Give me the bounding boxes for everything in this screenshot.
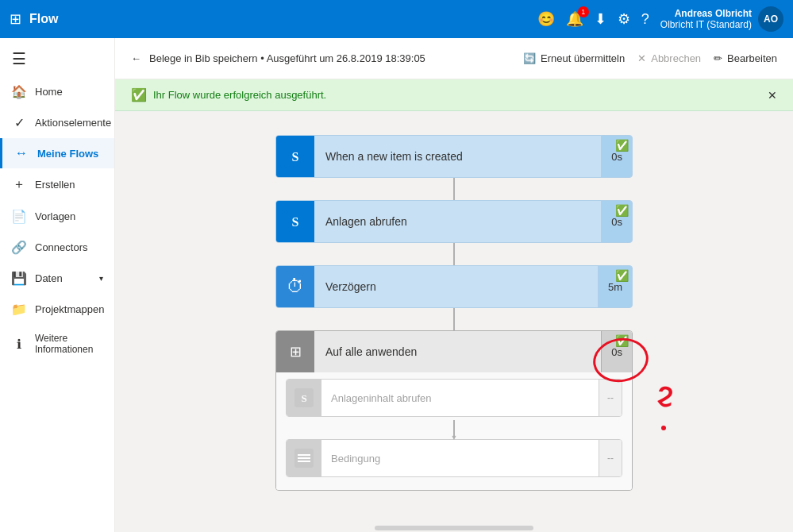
connector-1-2	[453, 178, 455, 200]
flow-step-1[interactable]: S When a new item is created 0s ✅	[275, 135, 633, 178]
connectors-icon: 🔗	[11, 240, 27, 255]
aktionselemente-icon: ✓	[11, 115, 27, 130]
sidebar-label-erstellen: Erstellen	[35, 179, 75, 191]
sub1-time: --	[599, 380, 622, 416]
sub2-label: Bedingung	[321, 453, 599, 465]
flow-step-2[interactable]: S Anlagen abrufen 0s ✅	[275, 200, 633, 243]
bottom-bar	[115, 524, 793, 532]
step3-icon: ⏱	[276, 266, 314, 307]
settings-icon[interactable]: ⚙	[618, 10, 630, 28]
notification-icon[interactable]: 🔔1	[566, 10, 583, 28]
sidebar-hamburger[interactable]: ☰	[0, 41, 114, 76]
topbar-icons: 😊 🔔1 ⬇ ⚙ ? Andreas Olbricht Olbricht IT …	[537, 6, 783, 32]
step2-label: Anlagen abrufen	[314, 215, 601, 228]
layout: ☰ 🏠 Home ✓ Aktionselemente ▾ ↔ Meine Flo…	[0, 38, 793, 532]
sidebar-label-aktionselemente: Aktionselemente	[35, 117, 111, 129]
header-actions: 🔄 Erneut übermitteln ✕ Abbrechen ✏ Bearb…	[523, 52, 777, 64]
erstellen-icon: ＋	[11, 176, 27, 193]
sidebar-item-weitere[interactable]: ℹ Weitere Informationen	[0, 325, 114, 363]
sub1-label: Anlageninhalt abrufen	[321, 392, 599, 404]
content-header-left: ← Belege in Bib speichern • Ausgeführt u…	[131, 52, 425, 64]
sidebar-label-home: Home	[35, 86, 63, 98]
notification-badge: 1	[578, 6, 589, 17]
container-label: Auf alle anwenden	[314, 345, 601, 358]
vorlagen-icon: 📄	[11, 209, 27, 224]
home-icon: 🏠	[11, 84, 27, 99]
sidebar-label-meine-flows: Meine Flows	[37, 148, 98, 160]
container-body: S Anlageninhalt abrufen -- ▼	[276, 372, 632, 490]
step1-icon: S	[276, 136, 314, 177]
user-org: Olbricht IT (Standard)	[660, 19, 752, 30]
sub2-time: --	[599, 440, 622, 476]
step1-check-icon: ✅	[615, 139, 629, 152]
download-icon[interactable]: ⬇	[595, 10, 606, 28]
topbar-user[interactable]: Andreas Olbricht Olbricht IT (Standard) …	[660, 6, 783, 32]
sidebar-label-weitere: Weitere Informationen	[35, 333, 103, 355]
abort-button[interactable]: ✕ Abbrechen	[637, 52, 701, 64]
sub2-icon	[287, 440, 321, 476]
user-name: Andreas Olbricht	[660, 8, 752, 19]
weitere-icon: ℹ	[11, 337, 27, 352]
sidebar-label-connectors: Connectors	[35, 241, 87, 253]
sub-step-2[interactable]: Bedingung --	[286, 439, 622, 477]
sidebar-item-erstellen[interactable]: ＋ Erstellen	[0, 168, 114, 201]
flow-step-3[interactable]: ⏱ Verzögern 5m ✅	[275, 265, 633, 308]
step1-label: When a new item is created	[314, 150, 601, 163]
app-title: Flow	[29, 12, 58, 26]
retry-button[interactable]: 🔄 Erneut übermitteln	[523, 52, 625, 64]
sidebar-item-projektmappen[interactable]: 📁 Projektmappen	[0, 294, 114, 325]
flow-canvas: S When a new item is created 0s ✅ S Anla…	[115, 111, 793, 524]
step3-check-icon: ✅	[615, 269, 629, 282]
breadcrumb: Belege in Bib speichern • Ausgeführt um …	[149, 52, 425, 64]
success-message: Ihr Flow wurde erfolgreich ausgeführt.	[153, 89, 326, 101]
horizontal-scrollbar[interactable]	[375, 526, 533, 530]
svg-text:S: S	[292, 215, 299, 229]
container-check-icon: ✅	[615, 334, 629, 347]
content: ← Belege in Bib speichern • Ausgeführt u…	[115, 38, 793, 532]
sidebar-label-projektmappen: Projektmappen	[35, 303, 104, 315]
container-header[interactable]: ⊞ Auf alle anwenden 0s ✅	[276, 331, 632, 372]
sidebar-item-vorlagen[interactable]: 📄 Vorlagen	[0, 201, 114, 232]
connector-2-3	[453, 243, 455, 265]
success-check-icon: ✅	[131, 87, 147, 102]
waffle-icon[interactable]: ⊞	[10, 10, 21, 28]
retry-icon: 🔄	[523, 52, 536, 64]
sub-step-1[interactable]: S Anlageninhalt abrufen --	[286, 379, 622, 417]
svg-text:S: S	[301, 392, 306, 404]
daten-icon: 💾	[11, 271, 27, 286]
back-button[interactable]: ←	[131, 52, 141, 64]
connector-3-4	[453, 308, 455, 330]
projektmappen-icon: 📁	[11, 302, 27, 317]
sub-connector: ▼	[453, 420, 455, 436]
chevron-down-icon-daten: ▾	[99, 274, 103, 283]
topbar: ⊞ Flow 😊 🔔1 ⬇ ⚙ ? Andreas Olbricht Olbri…	[0, 0, 793, 38]
annotation-container: ⊞ Auf alle anwenden 0s ✅ S Anlageninhalt…	[275, 330, 633, 491]
annotation-squiggle: ϩ	[656, 377, 673, 409]
sidebar-item-daten[interactable]: 💾 Daten ▾	[0, 263, 114, 294]
container-icon: ⊞	[276, 331, 314, 372]
topbar-left: ⊞ Flow	[10, 10, 58, 28]
meine-flows-icon: ↔	[13, 146, 29, 160]
step3-label: Verzögern	[314, 280, 598, 293]
sidebar-label-vorlagen: Vorlagen	[35, 210, 75, 222]
avatar[interactable]: AO	[758, 6, 783, 32]
annotation-dot	[661, 426, 666, 430]
sub1-icon: S	[287, 380, 321, 416]
success-banner-left: ✅ Ihr Flow wurde erfolgreich ausgeführt.	[131, 87, 326, 102]
close-banner-button[interactable]: ✕	[768, 89, 777, 102]
help-icon[interactable]: ?	[641, 11, 649, 28]
hamburger-icon: ☰	[11, 49, 27, 68]
flow-step-4[interactable]: ⊞ Auf alle anwenden 0s ✅ S Anlageninhalt…	[275, 330, 633, 491]
sidebar-item-home[interactable]: 🏠 Home	[0, 76, 114, 107]
sidebar: ☰ 🏠 Home ✓ Aktionselemente ▾ ↔ Meine Flo…	[0, 38, 115, 532]
step2-icon: S	[276, 201, 314, 242]
sidebar-label-daten: Daten	[35, 272, 63, 284]
content-header: ← Belege in Bib speichern • Ausgeführt u…	[115, 38, 793, 79]
sidebar-item-connectors[interactable]: 🔗 Connectors	[0, 232, 114, 263]
edit-button[interactable]: ✏ Bearbeiten	[714, 52, 777, 64]
sidebar-item-aktionselemente[interactable]: ✓ Aktionselemente ▾	[0, 107, 114, 138]
sidebar-item-meine-flows[interactable]: ↔ Meine Flows	[0, 138, 114, 168]
emoji-icon[interactable]: 😊	[537, 10, 555, 28]
abort-icon: ✕	[637, 52, 646, 64]
edit-icon: ✏	[714, 52, 722, 64]
